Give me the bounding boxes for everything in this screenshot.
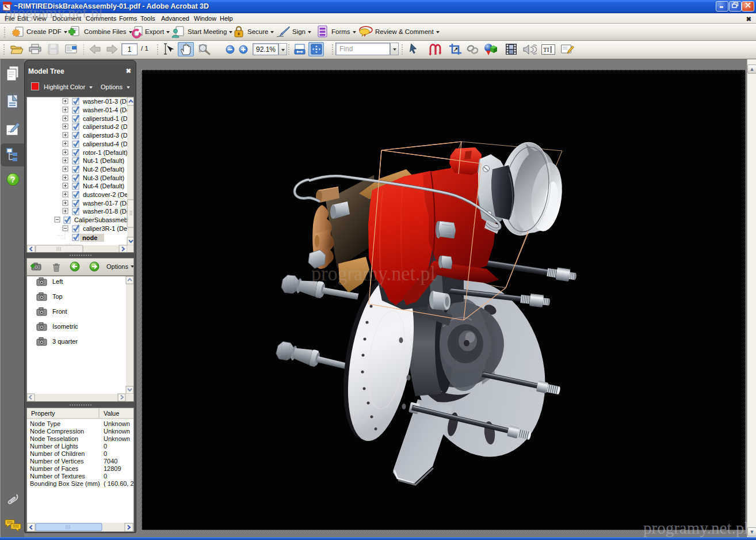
svg-text:Node Type: Node Type — [30, 420, 60, 427]
svg-text:Value: Value — [104, 410, 119, 417]
svg-text:0: 0 — [104, 473, 107, 480]
svg-text:?: ? — [10, 175, 16, 184]
svg-text:caliperstud-1 (De: caliperstud-1 (De — [83, 115, 131, 122]
svg-text:Front: Front — [52, 308, 67, 315]
svg-text:12809: 12809 — [104, 465, 121, 472]
svg-text:programy.net.pl: programy.net.pl — [311, 262, 436, 285]
svg-text:3 quarter: 3 quarter — [52, 338, 78, 345]
svg-text:Left: Left — [52, 278, 63, 285]
svg-text:washer-01-3 (De: washer-01-3 (De — [82, 98, 130, 105]
svg-text:caliperstud-4 (De: caliperstud-4 (De — [83, 140, 131, 147]
svg-text:Nut-3 (Default): Nut-3 (Default) — [83, 174, 124, 181]
svg-text:washer-01-8 (De: washer-01-8 (De — [82, 208, 130, 215]
svg-text:Unknown: Unknown — [104, 435, 130, 442]
svg-text:Options: Options — [106, 263, 128, 270]
svg-text:Node Compression: Node Compression — [30, 428, 84, 435]
svg-text:washer-01-4 (De: washer-01-4 (De — [82, 107, 130, 113]
svg-text:caliperstud-3 (De: caliperstud-3 (De — [83, 132, 131, 139]
svg-text:TI: TI — [543, 46, 549, 53]
svg-text:0: 0 — [104, 443, 107, 450]
svg-text:Number of Lights: Number of Lights — [30, 443, 78, 450]
svg-text:Number of Children: Number of Children — [30, 450, 85, 457]
svg-text:Nut-4 (Default): Nut-4 (Default) — [83, 182, 124, 189]
svg-text:caliperstud-2 (De: caliperstud-2 (De — [83, 123, 131, 130]
svg-text:rotor-1 (Default): rotor-1 (Default) — [83, 149, 128, 156]
svg-text:0: 0 — [104, 450, 107, 457]
svg-text:Number of Vertices: Number of Vertices — [30, 458, 84, 465]
svg-text:CaliperSubassmebly: CaliperSubassmebly — [74, 216, 132, 223]
svg-text:Bounding Box Size (mm): Bounding Box Size (mm) — [30, 480, 100, 487]
svg-text:Isometric: Isometric — [52, 323, 78, 330]
svg-text:washer-01-7 (De: washer-01-7 (De — [82, 200, 130, 207]
svg-text:node: node — [82, 234, 97, 241]
svg-text:( 160.60, 272: ( 160.60, 272 — [104, 480, 133, 487]
svg-text:Unknown: Unknown — [104, 420, 130, 427]
svg-text:Number of Faces: Number of Faces — [30, 465, 79, 472]
svg-text:7040: 7040 — [104, 458, 117, 465]
svg-text:Nut-1 (Default): Nut-1 (Default) — [83, 157, 124, 164]
svg-text:Node Tesselation: Node Tesselation — [30, 435, 78, 442]
svg-text:Number of Textures: Number of Textures — [30, 473, 85, 480]
svg-text:caliper3R-1 (Defa: caliper3R-1 (Defa — [83, 225, 133, 232]
svg-text:Property: Property — [31, 410, 55, 417]
svg-text:dustcover-2 (De: dustcover-2 (De — [83, 191, 128, 198]
svg-text:Top: Top — [52, 293, 63, 300]
svg-text:Nut-2 (Default): Nut-2 (Default) — [83, 166, 124, 173]
svg-text:Unknown: Unknown — [104, 428, 130, 435]
